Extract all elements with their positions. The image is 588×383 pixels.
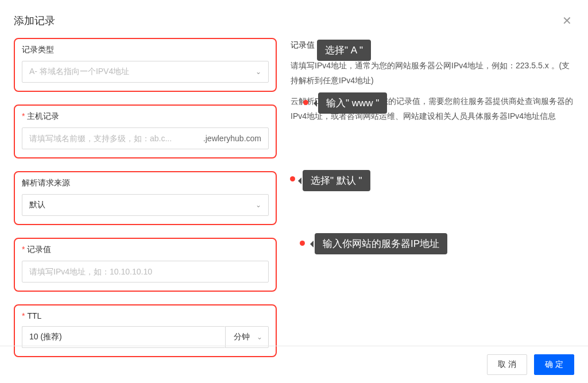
input-value-wrap xyxy=(22,261,269,283)
chevron-down-icon: ⌄ xyxy=(256,201,261,209)
input-host-wrap: .jewleryhub.com xyxy=(22,127,269,149)
annotation-select-a: 选择" A " xyxy=(317,40,371,61)
chevron-down-icon: ⌄ xyxy=(257,333,262,341)
annotation-input-www: 输入" www " xyxy=(318,92,387,114)
close-icon[interactable]: ✕ xyxy=(560,13,574,29)
select-record-type-value: A- 将域名指向一个IPV4地址 xyxy=(29,67,251,77)
form-column: 记录类型 A- 将域名指向一个IPV4地址 ⌄ 主机记录 .jewleryhub… xyxy=(14,38,277,370)
modal-title: 添加记录 xyxy=(14,14,55,28)
ttl-unit-label: 分钟 xyxy=(234,332,250,342)
field-source: 解析请求来源 默认 ⌄ xyxy=(14,171,277,225)
help-column: 记录值 请填写IPv4地址，通常为您的网站服务器公网IPv4地址，例如：223.… xyxy=(277,38,574,370)
select-source[interactable]: 默认 ⌄ xyxy=(22,194,269,216)
modal-header: 添加记录 ✕ xyxy=(0,0,588,38)
annotation-select-default: 选择" 默认 " xyxy=(303,170,370,191)
label-ttl: TTL xyxy=(22,311,269,320)
annotation-input-ip: 输入你网站的服务器IP地址 xyxy=(315,233,447,254)
select-record-type[interactable]: A- 将域名指向一个IPV4地址 ⌄ xyxy=(22,61,269,83)
annotation-dot xyxy=(300,241,305,246)
select-ttl-unit[interactable]: 分钟 ⌄ xyxy=(225,326,269,348)
input-host[interactable] xyxy=(29,128,203,149)
confirm-button[interactable]: 确 定 xyxy=(534,354,574,375)
cancel-button[interactable]: 取 消 xyxy=(487,354,527,375)
label-host: 主机记录 xyxy=(22,111,269,122)
chevron-down-icon: ⌄ xyxy=(256,68,261,76)
label-value: 记录值 xyxy=(22,245,269,255)
help-text-1: 请填写IPv4地址，通常为您的网站服务器公网IPv4地址，例如：223.5.5.… xyxy=(291,59,574,88)
label-record-type: 记录类型 xyxy=(22,45,269,55)
select-source-value: 默认 xyxy=(29,200,251,210)
field-record-type: 记录类型 A- 将域名指向一个IPV4地址 ⌄ xyxy=(14,38,277,92)
field-value: 记录值 xyxy=(14,238,277,292)
host-suffix: .jewleryhub.com xyxy=(203,134,261,143)
annotation-dot xyxy=(290,176,295,181)
input-ttl[interactable] xyxy=(29,327,218,347)
input-ttl-wrap xyxy=(22,326,225,348)
input-value[interactable] xyxy=(29,261,261,282)
modal-footer: 取 消 确 定 xyxy=(0,346,588,383)
modal-content: 记录类型 A- 将域名指向一个IPV4地址 ⌄ 主机记录 .jewleryhub… xyxy=(0,38,588,370)
field-host: 主机记录 .jewleryhub.com xyxy=(14,105,277,158)
label-source: 解析请求来源 xyxy=(22,178,269,188)
annotation-dot xyxy=(303,100,308,105)
